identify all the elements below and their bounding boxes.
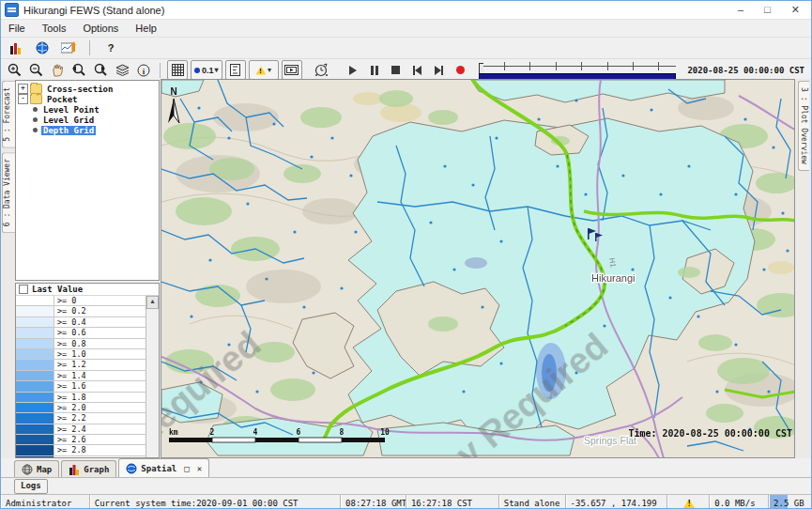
minimize-icon[interactable]: – [738, 2, 743, 18]
play-button[interactable] [344, 61, 362, 79]
bottom-tab-bar: Map Graph Spatial □ ✕ [1, 458, 811, 477]
gauge-dot [265, 277, 268, 280]
zoom-in-icon[interactable] [5, 61, 23, 79]
info-icon[interactable]: i [134, 61, 153, 79]
time-slider-track [479, 66, 677, 67]
legend-row[interactable]: >= 1.0 [16, 349, 146, 360]
menu-file[interactable]: File [8, 23, 25, 34]
close-icon[interactable]: ✕ [791, 2, 800, 18]
pause-button[interactable] [365, 61, 384, 79]
zoom-previous-icon[interactable] [69, 61, 88, 79]
legend-row[interactable]: >= 0.6 [16, 328, 146, 338]
map-time-overlay: Time: 2020-08-25 00:00:00 CST [628, 428, 792, 439]
legend-scrollbar[interactable]: ▲ ▼ [146, 296, 159, 458]
legend-row[interactable]: >= 1.6 [16, 381, 146, 392]
tab-forecast[interactable]: 5 : Forecast [2, 81, 15, 148]
svg-text:i: i [143, 66, 146, 75]
legend-row[interactable]: >= 1.4 [16, 371, 146, 381]
legend-row[interactable]: >= 0.4 [16, 317, 146, 328]
tab-graph[interactable]: Graph [61, 460, 116, 477]
legend-color-swatch [16, 381, 54, 391]
scroll-up-icon[interactable]: ▲ [146, 296, 159, 309]
current-time-display: 2020-08-25 00:00:00 CST [684, 66, 807, 75]
expand-icon[interactable]: + [18, 84, 28, 94]
layers-icon[interactable] [113, 61, 131, 79]
tab-spatial[interactable]: Spatial □ ✕ [118, 458, 209, 477]
tab-maximize-icon[interactable]: □ [184, 464, 189, 473]
title-bar: Hikurangi FEWS (Stand alone) – □ ✕ [1, 1, 811, 20]
tree-item-level-grid[interactable]: Level Grid [18, 115, 157, 125]
status-warning[interactable] [667, 495, 710, 509]
pan-hand-icon[interactable] [48, 61, 67, 79]
legend-row[interactable]: >= 1.8 [16, 393, 146, 403]
menu-options[interactable]: Options [83, 23, 118, 34]
tree-item-level-point[interactable]: Level Point [18, 104, 157, 115]
town-label: Hikurangi [591, 272, 635, 284]
legend-row[interactable]: >= 1.2 [16, 360, 146, 370]
step-forward-button[interactable] [430, 61, 449, 79]
legend-color-swatch [16, 328, 54, 337]
gauge-dot [772, 146, 774, 148]
gauge-dot [208, 258, 211, 261]
gauge-dot [312, 371, 314, 374]
legend-row[interactable]: >= 0.2 [16, 306, 146, 316]
gauge-dot [537, 117, 540, 120]
gauge-dot [786, 249, 789, 252]
legend-row[interactable]: >= 2.0 [16, 403, 146, 413]
stop-button[interactable] [387, 61, 406, 79]
svg-text:8: 8 [340, 428, 345, 437]
tree-item-depth-grid[interactable]: Depth Grid [18, 125, 157, 135]
legend-row[interactable]: >= 2.2 [16, 413, 146, 424]
legend-row[interactable]: >= 2.4 [16, 424, 146, 435]
legend-color-swatch [16, 317, 54, 327]
legend-color-swatch [16, 360, 54, 369]
legend-class-label: >= 0.4 [54, 317, 89, 327]
toolbar-separator [89, 40, 90, 55]
time-slider[interactable] [479, 62, 677, 79]
legend-row[interactable]: >= 0.8 [16, 339, 146, 349]
spatial-display-icon[interactable] [33, 39, 52, 57]
classification-icon[interactable] [225, 60, 246, 80]
status-transfer-rate: 0.0 MB/s [710, 495, 769, 509]
gauge-dot [556, 164, 559, 167]
gauge-dot [687, 164, 690, 167]
tab-plot-overview[interactable]: 3 : Plot Overview [798, 81, 809, 171]
menu-help[interactable]: Help [135, 23, 157, 34]
zoom-out-icon[interactable] [26, 61, 45, 79]
legend-color-swatch [16, 349, 54, 359]
main-area: 5 : Forecast 6 : Data Viewer + Cross-sec… [1, 79, 811, 458]
help-button[interactable]: ? [101, 39, 120, 57]
tab-data-viewer[interactable]: 6 : Data Viewer [2, 152, 15, 233]
last-value-checkbox[interactable] [19, 285, 28, 294]
thresholds-warning-dropdown[interactable]: ▾ [249, 60, 279, 80]
logs-button[interactable]: Logs [14, 479, 48, 494]
grid-display-icon[interactable] [7, 39, 25, 57]
legend-row[interactable]: >= 2.8 [16, 445, 146, 455]
animation-dialog-icon[interactable] [282, 60, 302, 80]
step-back-button[interactable] [408, 61, 427, 79]
tab-close-icon[interactable]: ✕ [197, 464, 202, 473]
zoom-next-icon[interactable] [91, 61, 110, 79]
map-canvas: H1 API Key Required API Key Required [161, 80, 795, 458]
timer-settings-icon[interactable] [313, 61, 331, 79]
tree-item-pocket[interactable]: - Pocket [18, 94, 157, 104]
gauge-dot [302, 305, 305, 308]
grid-layer-toggle-icon[interactable] [167, 60, 188, 80]
legend-row[interactable]: >= 2.6 [16, 435, 146, 445]
gauge-dot [190, 315, 192, 317]
menu-tools[interactable]: Tools [42, 23, 67, 34]
gauge-dot [499, 239, 502, 242]
collapse-icon[interactable]: - [18, 94, 28, 104]
wire-globe-icon [22, 464, 33, 475]
tree-item-cross-section[interactable]: + Cross-section [18, 84, 157, 94]
gauge-dot [767, 390, 770, 393]
legend-class-label: >= 0.8 [54, 339, 89, 348]
maximize-icon[interactable]: □ [764, 2, 771, 18]
record-button[interactable] [452, 61, 470, 79]
tab-map[interactable]: Map [14, 460, 59, 477]
time-series-dialog-icon[interactable] [59, 39, 78, 57]
spatial-map[interactable]: H1 API Key Required API Key Required [161, 79, 795, 458]
gauge-dot [715, 390, 718, 393]
legend-row[interactable]: >= 0 [16, 296, 146, 306]
contour-threshold-dropdown[interactable]: 0.1 ▾ [191, 60, 222, 80]
